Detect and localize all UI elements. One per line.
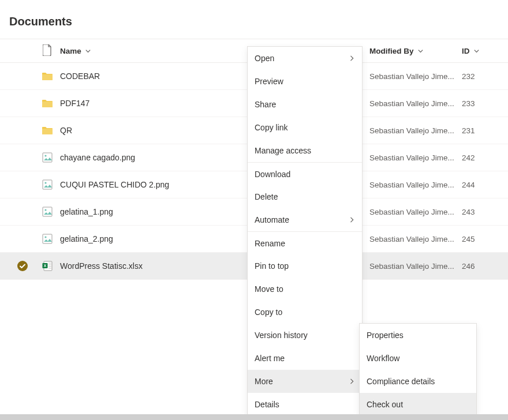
submenu-item-properties[interactable]: Properties [360,324,476,347]
menu-item-more[interactable]: More [248,370,362,393]
id-cell: 233 [462,99,508,108]
id-cell: 242 [462,153,508,162]
modified-by-cell: Sebastian Vallejo Jime... [369,180,462,189]
modified-by-cell: Sebastian Vallejo Jime... [369,126,462,135]
id-cell: 243 [462,207,508,216]
file-name: PDF147 [60,99,89,108]
name-column-label: Name [60,47,81,55]
page-title: Documents [0,0,508,39]
file-type-icon [35,207,60,217]
menu-item-download[interactable]: Download [248,162,362,185]
menu-item-alert-me[interactable]: Alert me [248,347,362,370]
modified-by-cell: Sebastian Vallejo Jime... [369,153,462,162]
modified-by-cell: Sebastian Vallejo Jime... [369,207,462,216]
menu-item-pin-to-top[interactable]: Pin to top [248,254,362,278]
file-type-icon [35,99,60,108]
selected-check-icon [17,261,28,271]
menu-item-automate[interactable]: Automate [248,208,362,231]
menu-item-copy-to[interactable]: Copy to [248,301,362,324]
submenu-item-workflow[interactable]: Workflow [360,347,476,370]
file-name: CODEBAR [60,72,100,81]
menu-item-copy-link[interactable]: Copy link [248,116,362,139]
menu-item-manage-access[interactable]: Manage access [248,139,362,162]
modified-by-column-header[interactable]: Modified By [369,47,462,55]
file-type-icon [35,179,60,190]
menu-item-open[interactable]: Open [248,47,362,70]
menu-item-label: Share [255,100,276,109]
file-name: QR [60,126,72,135]
menu-item-share[interactable]: Share [248,93,362,116]
file-type-icon [35,261,60,271]
modified-by-column-label: Modified By [369,47,414,55]
modified-by-cell: Sebastian Vallejo Jime... [369,261,462,271]
id-column-label: ID [462,47,470,55]
modified-by-cell: Sebastian Vallejo Jime... [369,234,462,243]
row-select[interactable] [0,261,35,271]
chevron-right-icon [349,377,355,386]
menu-item-label: More [255,377,273,386]
modified-by-cell: Sebastian Vallejo Jime... [369,99,462,108]
file-type-icon [35,126,60,135]
menu-item-label: Workflow [367,354,399,363]
id-cell: 232 [462,72,508,81]
type-column-header[interactable] [35,44,60,58]
menu-item-label: Details [255,400,279,409]
id-cell: 245 [462,234,508,243]
id-cell: 244 [462,180,508,189]
menu-item-label: Check out [367,400,403,409]
file-type-icon [35,234,60,244]
context-menu[interactable]: OpenPreviewShareCopy linkManage accessDo… [247,46,363,417]
menu-item-label: Copy link [255,123,288,132]
file-name: gelatina_1.png [60,207,113,216]
id-cell: 246 [462,261,508,271]
footer-bar [0,414,508,420]
context-submenu-more[interactable]: PropertiesWorkflowCompliance detailsChec… [359,323,477,417]
file-name: WordPress Statisc.xlsx [60,261,143,271]
menu-item-label: Preview [255,77,283,86]
menu-item-label: Download [255,170,290,179]
id-column-header[interactable]: ID [462,47,508,55]
menu-item-label: Pin to top [255,261,289,271]
menu-item-label: Properties [367,331,404,340]
chevron-down-icon [473,48,480,54]
id-cell: 231 [462,126,508,135]
file-name: gelatina_2.png [60,234,113,243]
document-icon [43,44,52,58]
submenu-item-check-out[interactable]: Check out [360,393,476,416]
file-type-icon [35,72,60,81]
menu-item-label: Rename [255,239,285,248]
menu-item-label: Copy to [255,308,282,317]
chevron-down-icon [417,48,424,54]
menu-item-label: Version history [255,331,308,340]
chevron-down-icon [85,48,91,54]
menu-item-details[interactable]: Details [248,393,362,416]
menu-item-label: Alert me [255,354,285,363]
menu-item-version-history[interactable]: Version history [248,324,362,347]
menu-item-preview[interactable]: Preview [248,70,362,93]
menu-item-label: Open [255,54,274,63]
menu-item-move-to[interactable]: Move to [248,278,362,301]
menu-item-label: Automate [255,215,289,224]
modified-by-cell: Sebastian Vallejo Jime... [369,72,462,81]
file-name: CUQUI PASTEL CHIDO 2.png [60,180,169,189]
file-type-icon [35,152,60,163]
submenu-item-compliance-details[interactable]: Compliance details [360,370,476,393]
chevron-right-icon [349,215,355,224]
file-name: chayane cagado.png [60,153,135,162]
chevron-right-icon [349,54,355,63]
menu-item-delete[interactable]: Delete [248,185,362,208]
menu-item-rename[interactable]: Rename [248,231,362,254]
menu-item-label: Delete [255,192,278,201]
menu-item-label: Manage access [255,146,311,155]
menu-item-label: Compliance details [367,377,435,386]
menu-item-label: Move to [255,284,283,294]
